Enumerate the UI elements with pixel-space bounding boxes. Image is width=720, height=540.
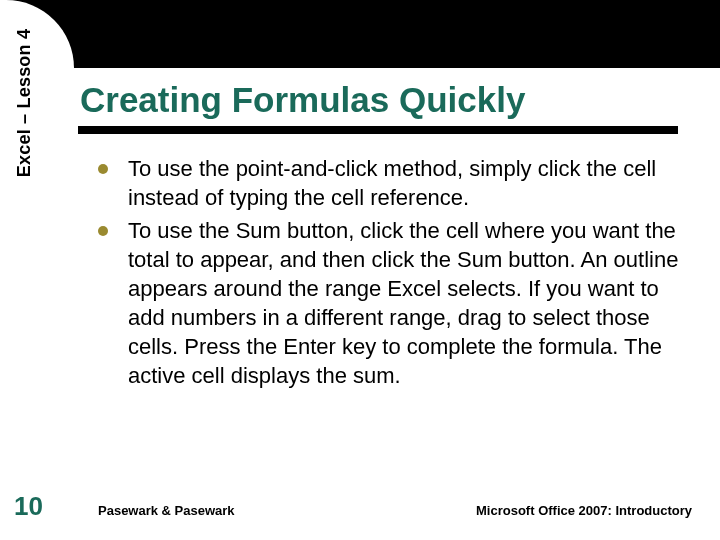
footer-right: Microsoft Office 2007: Introductory [476,503,692,518]
bullet-dot-icon [98,164,108,174]
top-black-bar [0,0,720,68]
content-area: To use the point-and-click method, simpl… [98,154,680,394]
bullet-item: To use the Sum button, click the cell wh… [98,216,680,390]
bullet-text: To use the point-and-click method, simpl… [128,154,680,212]
bullet-text: To use the Sum button, click the cell wh… [128,216,680,390]
footer-left: Pasewark & Pasewark [98,503,235,518]
title-underline [78,126,678,134]
sidebar-label: Excel – Lesson 4 [14,0,35,208]
page-number: 10 [14,491,43,522]
slide-title: Creating Formulas Quickly [80,80,525,120]
bullet-dot-icon [98,226,108,236]
bullet-item: To use the point-and-click method, simpl… [98,154,680,212]
